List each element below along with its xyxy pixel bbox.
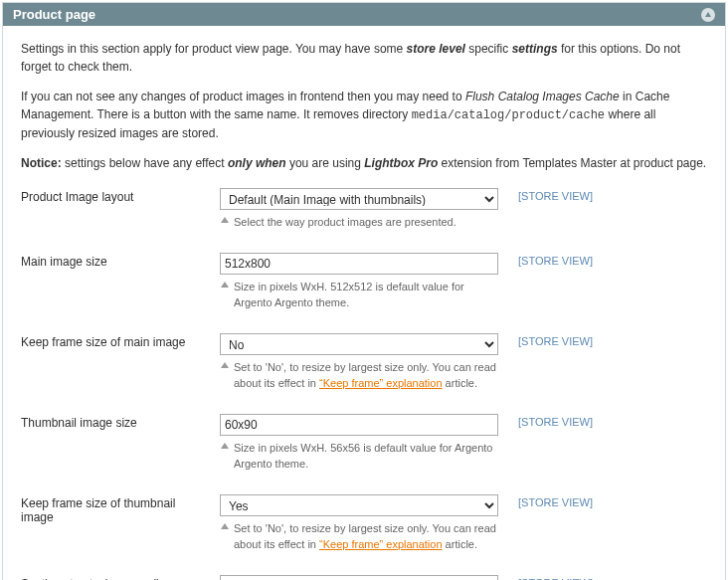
intro-paragraph-3: Notice: settings below have any effect o…: [21, 154, 707, 172]
label-product-image-layout: Product Image layout: [21, 184, 220, 249]
row-keep-frame-thumb: Keep frame size of thumbnail image Yes S…: [21, 490, 707, 571]
collapse-icon[interactable]: [701, 8, 715, 22]
row-sections-stuck: Sections to stuck on scroll Product Imag…: [21, 571, 707, 581]
scope-keep-frame-thumb: [STORE VIEW]: [518, 490, 707, 571]
select-keep-frame-thumb[interactable]: Yes: [220, 494, 498, 516]
scope-thumbnail-size: [STORE VIEW]: [518, 410, 707, 490]
row-thumbnail-size: Thumbnail image size Size in pixels WxH.…: [21, 410, 707, 490]
panel-body: Settings in this section apply for produ…: [3, 26, 725, 580]
intro-paragraph-2: If you can not see any changes of produc…: [21, 88, 707, 142]
note-keep-frame-thumb: Set to 'No', to resize by largest size o…: [220, 520, 496, 553]
label-sections-stuck: Sections to stuck on scroll: [21, 571, 220, 581]
note-main-image-size: Size in pixels WxH. 512x512 is default v…: [220, 279, 496, 311]
label-keep-frame-thumb: Keep frame size of thumbnail image: [21, 490, 220, 571]
row-product-image-layout: Product Image layout Default (Main Image…: [21, 184, 707, 249]
select-product-image-layout[interactable]: Default (Main Image with thumbnails): [220, 188, 498, 210]
note-product-image-layout: Select the way product images are presen…: [220, 214, 496, 231]
input-thumbnail-size[interactable]: [220, 414, 498, 436]
select-sections-stuck[interactable]: Product Image: [220, 575, 498, 581]
product-page-panel: Product page Settings in this section ap…: [2, 2, 726, 580]
scope-main-image-size: [STORE VIEW]: [518, 249, 707, 329]
note-thumbnail-size: Size in pixels WxH. 56x56 is default val…: [220, 440, 496, 473]
select-keep-frame-main[interactable]: No: [220, 333, 498, 355]
svg-marker-0: [705, 12, 711, 17]
label-keep-frame-main: Keep frame size of main image: [21, 329, 220, 410]
intro-paragraph-1: Settings in this section apply for produ…: [21, 40, 707, 76]
label-thumbnail-size: Thumbnail image size: [21, 410, 220, 490]
scope-product-image-layout: [STORE VIEW]: [518, 184, 707, 249]
link-keep-frame-explanation[interactable]: “Keep frame” explanation: [319, 377, 443, 389]
panel-title: Product page: [13, 7, 95, 22]
link-keep-frame-explanation[interactable]: “Keep frame” explanation: [319, 538, 443, 550]
settings-table: Product Image layout Default (Main Image…: [21, 184, 707, 580]
input-main-image-size[interactable]: [220, 253, 498, 275]
intro-text: Settings in this section apply for produ…: [21, 40, 707, 172]
row-main-image-size: Main image size Size in pixels WxH. 512x…: [21, 249, 707, 329]
panel-header[interactable]: Product page: [3, 3, 725, 26]
scope-keep-frame-main: [STORE VIEW]: [518, 329, 707, 410]
row-keep-frame-main: Keep frame size of main image No Set to …: [21, 329, 707, 410]
scope-sections-stuck: [STORE VIEW]: [518, 571, 707, 581]
label-main-image-size: Main image size: [21, 249, 220, 329]
note-keep-frame-main: Set to 'No', to resize by largest size o…: [220, 359, 496, 392]
